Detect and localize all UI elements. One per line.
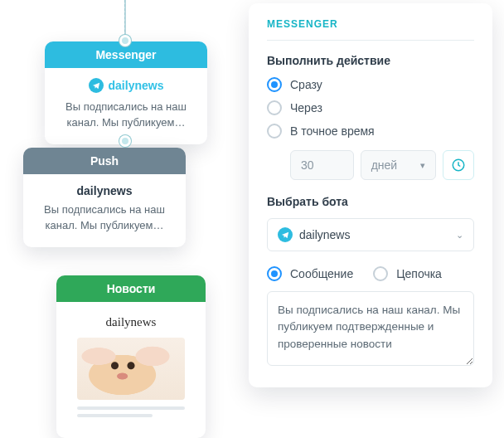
- bot-section-label: Выбрать бота: [267, 195, 474, 208]
- divider: [267, 40, 474, 41]
- telegram-icon: [278, 227, 293, 242]
- radio-icon: [267, 124, 282, 139]
- radio-label: Сообщение: [290, 267, 353, 280]
- connector-dot: [119, 135, 131, 147]
- card-news[interactable]: Новости dailynews: [56, 275, 206, 438]
- radio-icon: [373, 266, 388, 281]
- settings-panel: MESSENGER Выполнить действие Сразу Через…: [249, 3, 492, 387]
- news-brand: dailynews: [68, 315, 194, 329]
- delay-value-input[interactable]: 30: [290, 150, 354, 180]
- card-header: Push: [23, 148, 186, 174]
- card-messenger[interactable]: Messenger dailynews Вы подписались на на…: [45, 41, 207, 144]
- radio-icon: [267, 100, 282, 115]
- content-type-radio-group: Сообщение Цепочка: [267, 266, 474, 281]
- clock-icon: [451, 158, 466, 173]
- time-picker-button[interactable]: [443, 150, 474, 180]
- delay-unit-select[interactable]: дней ▾: [361, 150, 437, 180]
- radio-icon: [267, 77, 282, 92]
- message-preview: Вы подписались на наш канал. Мы публикуе…: [56, 100, 196, 131]
- radio-label: В точное время: [290, 124, 375, 138]
- radio-icon: [267, 266, 282, 281]
- card-push[interactable]: Push dailynews Вы подписались на наш кан…: [23, 148, 186, 247]
- radio-label: Цепочка: [396, 267, 442, 280]
- chevron-down-icon: ⌄: [456, 230, 463, 241]
- message-preview: Вы подписались на наш канал. Мы публикуе…: [35, 202, 174, 234]
- message-textarea[interactable]: [267, 291, 474, 366]
- push-title: dailynews: [35, 184, 174, 197]
- content-type-message[interactable]: Сообщение: [267, 266, 353, 281]
- channel-row: dailynews: [56, 78, 196, 93]
- timing-option-delay[interactable]: Через: [267, 100, 474, 115]
- timing-option-exact[interactable]: В точное время: [267, 124, 474, 139]
- bot-select[interactable]: dailynews ⌄: [267, 218, 474, 251]
- connector-dot: [119, 35, 131, 46]
- delay-unit-label: дней: [371, 158, 398, 172]
- radio-label: Сразу: [290, 78, 322, 91]
- content-type-chain[interactable]: Цепочка: [373, 266, 442, 281]
- news-text-placeholder: [77, 406, 185, 417]
- news-image: [77, 338, 185, 400]
- timing-radio-group: Сразу Через В точное время: [267, 77, 474, 139]
- panel-title: MESSENGER: [267, 18, 474, 30]
- bot-selected-label: dailynews: [299, 228, 350, 241]
- radio-label: Через: [290, 101, 322, 114]
- timing-option-immediate[interactable]: Сразу: [267, 77, 474, 92]
- telegram-icon: [89, 78, 104, 93]
- chevron-down-icon: ▾: [420, 160, 425, 171]
- action-section-label: Выполнить действие: [267, 54, 474, 67]
- card-header: Новости: [56, 275, 206, 302]
- channel-name: dailynews: [109, 79, 164, 92]
